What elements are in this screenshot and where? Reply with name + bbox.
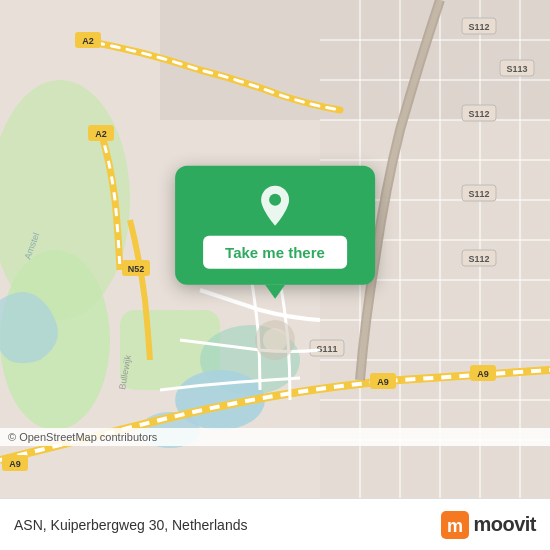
svg-text:S112: S112 — [468, 22, 489, 32]
svg-point-53 — [269, 194, 281, 206]
svg-text:A2: A2 — [95, 129, 107, 139]
svg-text:S113: S113 — [506, 64, 527, 74]
bottom-bar: ASN, Kuiperbergweg 30, Netherlands m moo… — [0, 498, 550, 550]
copyright-text: © OpenStreetMap contributors — [8, 431, 157, 443]
svg-text:m: m — [447, 516, 463, 536]
svg-text:A2: A2 — [82, 36, 94, 46]
svg-text:A9: A9 — [9, 459, 21, 469]
app: A2 A2 N52 A9 A9 A9 S112 — [0, 0, 550, 550]
moovit-brand-text: moovit — [473, 513, 536, 536]
map-container: A2 A2 N52 A9 A9 A9 S112 — [0, 0, 550, 498]
svg-point-52 — [263, 328, 287, 352]
take-me-there-button[interactable]: Take me there — [203, 236, 347, 269]
map-pin-icon — [257, 184, 293, 228]
moovit-logo-icon: m — [441, 511, 469, 539]
svg-text:S112: S112 — [468, 189, 489, 199]
svg-text:A9: A9 — [477, 369, 489, 379]
popup-card: Take me there — [175, 166, 375, 285]
svg-text:S112: S112 — [468, 109, 489, 119]
moovit-logo: m moovit — [441, 511, 536, 539]
copyright-bar: © OpenStreetMap contributors — [0, 428, 550, 446]
svg-text:A9: A9 — [377, 377, 389, 387]
svg-text:N52: N52 — [128, 264, 145, 274]
location-text: ASN, Kuiperbergweg 30, Netherlands — [14, 517, 247, 533]
svg-text:S112: S112 — [468, 254, 489, 264]
